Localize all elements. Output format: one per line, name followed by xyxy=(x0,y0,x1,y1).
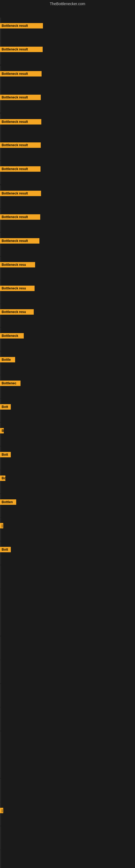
bottleneck-label-8: Bottleneck result xyxy=(0,191,41,196)
bottleneck-label-18: B xyxy=(0,428,4,433)
site-title: TheBottlenecker.com xyxy=(0,0,135,8)
bottleneck-label-20: Bo xyxy=(0,475,5,481)
bottleneck-label-5: Bottleneck result xyxy=(0,119,41,124)
bottleneck-label-9: Bottleneck result xyxy=(0,214,40,220)
bottleneck-label-15: Bottle xyxy=(0,357,15,362)
bottleneck-label-19: Bott xyxy=(0,452,11,457)
rows-container: Bottleneck resultBottleneck resultBottle… xyxy=(0,8,135,868)
bottleneck-label-3: Bottleneck result xyxy=(0,71,42,76)
bottleneck-label-11: Bottleneck resu xyxy=(0,262,35,268)
page-wrapper: TheBottlenecker.com Bottleneck resultBot… xyxy=(0,0,135,868)
bottleneck-label-1: Bottleneck result xyxy=(0,23,43,29)
bottleneck-label-21: Bottlen xyxy=(0,499,16,505)
bottleneck-label-17: Bott xyxy=(0,404,11,410)
bottleneck-label-34: | xyxy=(0,808,3,813)
bottleneck-label-14: Bottleneck xyxy=(0,333,24,339)
bottleneck-label-10: Bottleneck result xyxy=(0,238,39,244)
bottleneck-label-2: Bottleneck result xyxy=(0,46,43,52)
bottleneck-label-12: Bottleneck resu xyxy=(0,286,35,291)
bottleneck-label-23: Bott xyxy=(0,547,11,552)
bottleneck-label-4: Bottleneck result xyxy=(0,95,41,100)
bottleneck-label-7: Bottleneck result xyxy=(0,166,41,172)
bottleneck-label-6: Bottleneck result xyxy=(0,143,41,148)
bottleneck-label-13: Bottleneck resu xyxy=(0,309,34,315)
bottleneck-label-22: | xyxy=(0,523,3,528)
bottleneck-label-16: Bottlenec xyxy=(0,380,20,386)
